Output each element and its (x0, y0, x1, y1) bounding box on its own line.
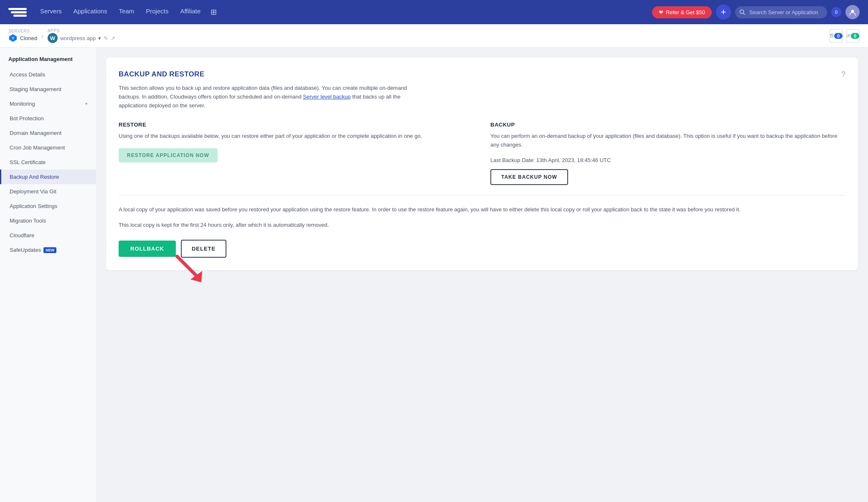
notification-badge[interactable]: 0 (831, 7, 841, 17)
user-count: 0 (851, 33, 859, 39)
card-description: This section allows you to back up and r… (119, 84, 411, 110)
avatar[interactable] (845, 5, 860, 19)
sidebar-item-cloudflare[interactable]: Cloudflare (0, 228, 96, 243)
last-backup-date: Last Backup Date: 13th April, 2023, 18:4… (490, 157, 845, 163)
sidebar-item-bot-protection[interactable]: Bot Protection (0, 111, 96, 126)
restore-notice: A local copy of your application was sav… (119, 205, 845, 214)
sidebar-item-label: SafeUpdates (10, 247, 41, 253)
rollback-button[interactable]: ROLLBACK (119, 241, 176, 257)
sidebar-item-ssl-certificate[interactable]: SSL Certificate (0, 155, 96, 170)
search-input[interactable] (735, 6, 827, 18)
take-backup-button[interactable]: TAKE BACKUP NOW (490, 169, 568, 185)
sidebar-item-backup-restore[interactable]: Backup And Restore (0, 170, 96, 184)
refer-button[interactable]: ❤ Refer & Get $50 (652, 6, 712, 18)
sidebar-item-label: Application Settings (10, 203, 57, 209)
sidebar-item-cron-job-management[interactable]: Cron Job Management (0, 140, 96, 155)
sidebar-item-safeupdates[interactable]: SafeUpdates NEW (0, 243, 96, 257)
sidebar: Application Management Access Details St… (0, 48, 96, 502)
breadcrumb-bar: Servers V Cloned › Apps W wordpress app … (0, 24, 868, 48)
app-dropdown-icon[interactable]: ▾ (98, 35, 101, 41)
backup-section: BACKUP You can perform an on-demand back… (490, 122, 845, 185)
sidebar-item-deployment-via-git[interactable]: Deployment Via Git (0, 184, 96, 199)
sidebar-item-access-details[interactable]: Access Details (0, 67, 96, 82)
nav-projects[interactable]: Projects (141, 4, 173, 20)
content-area: BACKUP AND RESTORE ? This section allows… (96, 48, 868, 502)
backup-title: BACKUP (490, 122, 845, 128)
svg-rect-0 (8, 8, 27, 10)
apps-label: Apps (48, 28, 115, 33)
breadcrumb-arrow: › (41, 33, 43, 39)
sidebar-item-migration-tools[interactable]: Migration Tools (0, 213, 96, 228)
svg-point-11 (848, 34, 849, 35)
local-copy-notice: This local copy is kept for the first 24… (119, 221, 845, 230)
restore-description: Using one of the backups available below… (119, 132, 474, 141)
sidebar-item-monitoring[interactable]: Monitoring ▾ (0, 96, 96, 111)
doc-count-button[interactable]: 0 (830, 29, 843, 43)
sidebar-item-label: Deployment Via Git (10, 188, 56, 195)
backup-description: You can perform an on-demand backup of y… (490, 132, 845, 150)
nav-team[interactable]: Team (114, 4, 140, 20)
page-title: BACKUP AND RESTORE (119, 70, 204, 79)
server-name[interactable]: Cloned (20, 35, 37, 41)
search-icon (739, 9, 745, 15)
nav-grid-icon[interactable]: ⊞ (207, 4, 220, 20)
restore-title: RESTORE (119, 122, 474, 128)
user-count-button[interactable]: 0 (846, 29, 860, 43)
sidebar-item-label: Cloudflare (10, 232, 34, 238)
sidebar-item-label: Backup And Restore (10, 174, 59, 180)
sidebar-item-label: Cron Job Management (10, 145, 65, 151)
sidebar-item-label: Monitoring (10, 101, 35, 107)
sidebar-item-application-settings[interactable]: Application Settings (0, 199, 96, 213)
svg-line-4 (744, 13, 745, 15)
wordpress-icon: W (48, 33, 58, 43)
sidebar-item-label: Domain Management (10, 130, 61, 136)
sidebar-item-label: Migration Tools (10, 218, 46, 224)
arrow-indicator (173, 252, 206, 287)
svg-rect-1 (11, 11, 27, 13)
servers-label: Servers (8, 29, 37, 33)
svg-rect-2 (13, 15, 27, 17)
sidebar-item-label: Bot Protection (10, 115, 44, 122)
sidebar-item-label: Access Details (10, 71, 45, 78)
nav-affiliate[interactable]: Affiliate (175, 4, 206, 20)
top-nav: Servers Applications Team Projects Affil… (0, 0, 868, 24)
sidebar-item-label: SSL Certificate (10, 159, 46, 165)
heart-icon: ❤ (659, 9, 663, 15)
svg-point-12 (849, 34, 850, 35)
sidebar-item-staging-management[interactable]: Staging Management (0, 82, 96, 96)
doc-count: 0 (834, 33, 843, 39)
new-badge: NEW (43, 247, 56, 253)
restore-application-button[interactable]: RESTORE APPLICATION NOW (119, 148, 218, 162)
app-name[interactable]: wordpress app (60, 35, 96, 41)
sidebar-section-title: Application Management (0, 56, 96, 67)
server-level-backup-link[interactable]: Server level backup (303, 94, 350, 100)
restore-section: RESTORE Using one of the backups availab… (119, 122, 474, 185)
sidebar-item-label: Staging Management (10, 86, 61, 92)
svg-text:V: V (12, 36, 14, 40)
logo[interactable] (8, 6, 27, 18)
nav-servers[interactable]: Servers (35, 4, 67, 20)
app-link-icon[interactable]: ↗ (111, 35, 115, 41)
svg-line-13 (177, 256, 196, 275)
plus-button[interactable]: + (716, 5, 731, 20)
app-edit-icon[interactable]: ✎ (104, 35, 108, 41)
server-vultr-icon: V (8, 33, 18, 43)
nav-applications[interactable]: Applications (69, 4, 112, 20)
backup-restore-card: BACKUP AND RESTORE ? This section allows… (106, 58, 858, 270)
chevron-down-icon: ▾ (85, 101, 88, 106)
sidebar-item-domain-management[interactable]: Domain Management (0, 126, 96, 140)
help-icon[interactable]: ? (841, 70, 845, 79)
